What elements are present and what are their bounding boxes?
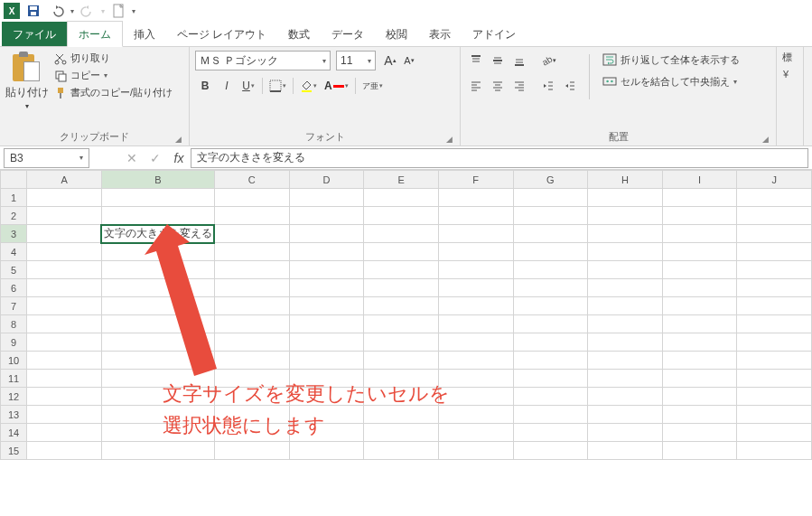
row-header-6[interactable]: 6: [1, 279, 27, 297]
col-header-G[interactable]: G: [513, 171, 588, 189]
copy-icon: [54, 70, 67, 82]
formula-bar: B3▾ ✕ ✓ fx 文字の大きさを変える: [0, 146, 812, 170]
paste-icon: [13, 51, 42, 83]
svg-rect-10: [270, 80, 281, 91]
font-color-button[interactable]: A ▾: [322, 76, 351, 96]
clipboard-launcher[interactable]: ◢: [175, 135, 182, 144]
cell-B3[interactable]: 文字の大きさを変える: [101, 225, 214, 243]
col-header-I[interactable]: I: [662, 171, 737, 189]
decrease-font-size-button[interactable]: A▾: [400, 51, 418, 70]
svg-text:¥: ¥: [782, 69, 789, 80]
bucket-icon: [300, 80, 313, 92]
svg-rect-43: [603, 78, 616, 85]
svg-rect-12: [302, 90, 312, 92]
group-label-font: フォント ◢: [195, 128, 454, 145]
font-name-combo[interactable]: ＭＳ Ｐゴシック▾: [195, 51, 331, 70]
row-header-2[interactable]: 2: [1, 207, 27, 225]
align-left-button[interactable]: [466, 76, 486, 96]
ruby-button[interactable]: ア亜▾: [359, 76, 386, 96]
svg-point-5: [62, 61, 66, 64]
fx-button[interactable]: fx: [167, 148, 191, 168]
col-header-B[interactable]: B: [101, 171, 214, 189]
tab-insert[interactable]: 挿入: [123, 22, 166, 46]
group-label-clipboard: クリップボード ◢: [5, 128, 183, 145]
align-right-button[interactable]: [509, 76, 529, 96]
ribbon-tabs: ファイル ホーム 挿入 ページ レイアウト 数式 データ 校閲 表示 アドイン: [0, 22, 812, 47]
increase-indent-button[interactable]: [560, 76, 580, 96]
save-button[interactable]: [23, 1, 43, 21]
wrap-text-button[interactable]: 折り返して全体を表示する: [599, 51, 743, 69]
svg-rect-8: [58, 88, 63, 93]
select-all-corner[interactable]: [1, 171, 27, 189]
bold-button[interactable]: B: [195, 76, 215, 96]
col-header-E[interactable]: E: [364, 171, 439, 189]
format-painter-button[interactable]: 書式のコピー/貼り付け: [52, 85, 174, 100]
orientation-button[interactable]: ab▾: [538, 51, 558, 70]
wrap-icon: [602, 52, 617, 67]
row-header-7[interactable]: 7: [1, 297, 27, 315]
col-header-F[interactable]: F: [438, 171, 513, 189]
tab-home[interactable]: ホーム: [67, 21, 123, 47]
col-header-A[interactable]: A: [27, 171, 102, 189]
font-launcher[interactable]: ◢: [446, 135, 453, 144]
number-format-label: 標: [782, 51, 792, 64]
merge-icon: [602, 74, 617, 89]
align-top-button[interactable]: [466, 51, 486, 70]
fill-color-button[interactable]: ▾: [297, 76, 320, 96]
svg-rect-13: [333, 85, 344, 88]
copy-button[interactable]: コピー ▾: [52, 68, 174, 83]
borders-button[interactable]: ▾: [266, 76, 289, 96]
row-header-10[interactable]: 10: [1, 352, 27, 370]
italic-button[interactable]: I: [217, 76, 237, 96]
quick-access-toolbar: X ▾ ▾ ▾: [0, 0, 812, 22]
increase-font-size-button[interactable]: A▴: [381, 51, 399, 70]
merge-center-button[interactable]: セルを結合して中央揃え ▾: [599, 72, 743, 90]
tab-formulas[interactable]: 数式: [277, 22, 321, 46]
border-icon: [269, 80, 282, 92]
svg-rect-7: [59, 74, 66, 81]
excel-app-icon: X: [4, 3, 20, 19]
decrease-indent-button[interactable]: [538, 76, 558, 96]
underline-button[interactable]: U▾: [238, 76, 258, 96]
row-header-1[interactable]: 1: [1, 189, 27, 207]
row-header-12[interactable]: 12: [1, 388, 27, 406]
group-label-alignment: 配置 ◢: [466, 128, 770, 145]
row-header-14[interactable]: 14: [1, 424, 27, 442]
alignment-launcher[interactable]: ◢: [762, 135, 769, 144]
undo-button[interactable]: [47, 1, 67, 21]
row-header-11[interactable]: 11: [1, 370, 27, 388]
row-header-3[interactable]: 3: [1, 225, 27, 243]
row-header-5[interactable]: 5: [1, 261, 27, 279]
cut-button[interactable]: 切り取り: [52, 51, 174, 66]
tab-view[interactable]: 表示: [418, 22, 462, 46]
col-header-D[interactable]: D: [289, 171, 364, 189]
brush-icon: [54, 87, 67, 99]
ribbon: 貼り付け ▾ 切り取り コピー ▾ 書式のコピー/貼り付け: [0, 47, 812, 146]
formula-input[interactable]: 文字の大きさを変える: [191, 148, 808, 168]
paste-button[interactable]: 貼り付け ▾: [5, 51, 49, 110]
currency-icon: ¥: [782, 68, 797, 80]
cancel-formula-button[interactable]: ✕: [120, 148, 144, 168]
tab-file[interactable]: ファイル: [2, 22, 67, 46]
tab-review[interactable]: 校閲: [375, 22, 418, 46]
row-header-13[interactable]: 13: [1, 406, 27, 424]
col-header-C[interactable]: C: [214, 171, 289, 189]
redo-button[interactable]: [78, 1, 98, 21]
name-box[interactable]: B3▾: [4, 148, 89, 168]
row-header-4[interactable]: 4: [1, 243, 27, 261]
font-size-combo[interactable]: 11▾: [336, 51, 376, 70]
tab-page-layout[interactable]: ページ レイアウト: [166, 22, 277, 46]
col-header-J[interactable]: J: [737, 171, 812, 189]
row-header-9[interactable]: 9: [1, 333, 27, 352]
confirm-formula-button[interactable]: ✓: [144, 148, 167, 168]
row-header-15[interactable]: 15: [1, 442, 27, 460]
col-header-H[interactable]: H: [588, 171, 663, 189]
align-bottom-button[interactable]: [509, 51, 529, 70]
row-header-8[interactable]: 8: [1, 315, 27, 333]
align-middle-button[interactable]: [488, 51, 508, 70]
tab-data[interactable]: データ: [321, 22, 375, 46]
align-center-button[interactable]: [488, 76, 508, 96]
new-doc-button[interactable]: [108, 1, 128, 21]
spreadsheet-grid[interactable]: ABCDEFGHIJ123文字の大きさを変える45678910111213141…: [0, 170, 812, 460]
tab-addin[interactable]: アドイン: [462, 22, 527, 46]
